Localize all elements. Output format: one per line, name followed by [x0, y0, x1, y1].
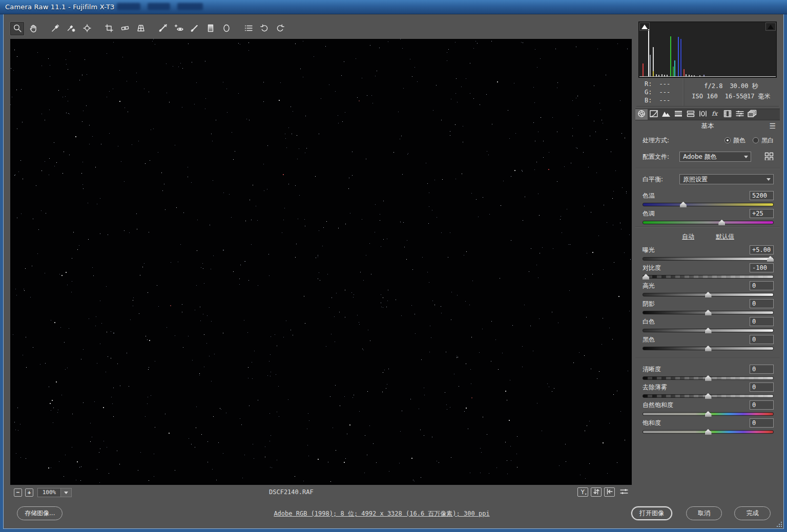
highlight-clipping-indicator[interactable]	[765, 23, 776, 31]
red-eye-tool[interactable]	[172, 22, 185, 35]
zoom-tool[interactable]	[10, 22, 24, 35]
treatment-color-label: 颜色	[733, 136, 745, 145]
slider-track[interactable]	[643, 410, 774, 417]
presence-sliders-group: 清晰度 0 去除薄雾 0 自然饱和度 0 饱和度 0	[643, 364, 774, 435]
before-after-swap-button[interactable]	[591, 487, 602, 497]
profile-value: Adobe 颜色	[683, 153, 717, 161]
preferences-tool[interactable]	[241, 22, 255, 35]
camera-settings-readout: f/2.830.00 秒 ISO 16016-55@17 毫米	[684, 78, 779, 106]
hand-tool[interactable]	[26, 22, 40, 35]
radio-dot-color[interactable]	[724, 137, 731, 143]
rotate-left-tool[interactable]	[257, 22, 271, 35]
zoom-level-select[interactable]: 100%	[37, 488, 61, 497]
graduated-filter-tool[interactable]	[203, 22, 217, 35]
white-balance-select[interactable]: 原照设置	[679, 174, 774, 184]
white-balance-icon	[51, 24, 60, 34]
slider-value-box[interactable]: 5200	[750, 191, 774, 200]
slider-saturation: 饱和度 0	[643, 418, 774, 435]
radio-dot-bw[interactable]	[753, 137, 759, 143]
color-sampler-tool[interactable]	[64, 22, 78, 35]
transform-tool[interactable]	[134, 22, 148, 35]
tab-detail[interactable]	[660, 109, 672, 120]
rotate-right-tool[interactable]	[273, 22, 287, 35]
b-label: B:	[645, 97, 652, 105]
tab-split-toning[interactable]	[685, 109, 697, 120]
crop-tool[interactable]	[102, 22, 116, 35]
slider-value-box[interactable]: 0	[750, 365, 774, 374]
slider-value-box[interactable]: +5.00	[750, 245, 774, 254]
workflow-options-link[interactable]: Adobe RGB (1998); 8 位; 4992 x 3328 (16.6…	[274, 509, 489, 518]
slider-track[interactable]	[643, 291, 774, 298]
slider-track[interactable]	[643, 201, 774, 208]
slider-track[interactable]	[643, 309, 774, 316]
preview-preferences-button[interactable]	[617, 487, 631, 497]
treatment-color-radio[interactable]: 颜色	[724, 136, 745, 145]
treatment-row: 处理方式: 颜色 黑白	[643, 135, 774, 145]
zoom-out-button[interactable]: −	[14, 488, 22, 497]
slider-value-box[interactable]: -100	[750, 263, 774, 272]
save-image-button[interactable]: 存储图像...	[17, 506, 63, 520]
zoom-in-button[interactable]: +	[25, 488, 33, 497]
slider-label: 阴影	[643, 300, 750, 308]
histogram-spikes	[639, 23, 776, 77]
slider-track[interactable]	[643, 327, 774, 334]
panel-menu-icon[interactable]: ☰	[769, 122, 776, 130]
slider-value-box[interactable]: 0	[750, 400, 774, 410]
slider-label: 曝光	[643, 246, 750, 254]
profile-select[interactable]: Adobe 颜色	[679, 152, 751, 162]
tab-lens-corrections[interactable]	[697, 109, 709, 120]
slider-value-box[interactable]: 0	[750, 299, 774, 308]
hsl-grayscale-icon	[673, 110, 684, 119]
open-image-button[interactable]: 打开图像	[631, 506, 672, 520]
resize-grip[interactable]	[777, 522, 783, 528]
cancel-button[interactable]: 取消	[686, 506, 722, 520]
image-preview-canvas[interactable]	[10, 39, 632, 485]
adjustment-brush-tool[interactable]	[188, 22, 201, 35]
auto-link[interactable]: 自动	[682, 233, 694, 240]
done-button[interactable]: 完成	[734, 506, 771, 520]
slider-track[interactable]	[643, 428, 774, 435]
title-bar[interactable]: Camera Raw 11.1 - Fujifilm X-T3	[0, 0, 787, 14]
before-after-y-button[interactable]: Y	[577, 487, 588, 497]
tab-tone-curve[interactable]	[648, 109, 660, 120]
g-label: G:	[645, 89, 652, 97]
histogram[interactable]	[638, 22, 777, 78]
slider-value-box[interactable]: 0	[750, 382, 774, 392]
treatment-bw-radio[interactable]: 黑白	[753, 136, 774, 145]
tab-camera-calibration[interactable]	[721, 109, 734, 120]
slider-track[interactable]	[643, 392, 774, 399]
filename-label: DSCF2140.RAF	[269, 488, 314, 496]
slider-track[interactable]	[643, 273, 774, 280]
slider-value-box[interactable]: 0	[750, 418, 774, 428]
radial-filter-tool[interactable]	[219, 22, 233, 35]
slider-track[interactable]	[643, 219, 774, 226]
straighten-tool[interactable]	[118, 22, 132, 35]
effects-icon: fx	[710, 110, 720, 119]
default-link[interactable]: 默认值	[716, 233, 734, 240]
preferences-icon	[244, 24, 253, 34]
iso-value: ISO 160	[692, 93, 718, 100]
slider-value-box[interactable]: 0	[750, 281, 774, 290]
tab-basic[interactable]	[635, 109, 648, 120]
spot-removal-tool[interactable]	[156, 22, 170, 35]
svg-text:fx: fx	[712, 110, 718, 117]
white-balance-tool[interactable]	[48, 22, 62, 35]
zoom-level-chevron[interactable]	[61, 488, 72, 497]
slider-track[interactable]	[643, 255, 774, 262]
slider-track[interactable]	[643, 345, 774, 352]
targeted-adjustment-tool[interactable]	[80, 22, 94, 35]
before-after-copy-button[interactable]	[604, 487, 615, 497]
slider-value-box[interactable]: 0	[750, 335, 774, 344]
profile-browser-button[interactable]	[764, 152, 774, 162]
tab-snapshots[interactable]	[746, 109, 758, 120]
shadow-clipping-indicator[interactable]	[639, 23, 650, 31]
basic-panel-controls: 处理方式: 颜色 黑白 配置文件:	[635, 131, 780, 435]
slider-value-box[interactable]: 0	[750, 317, 774, 326]
white-balance-value: 原照设置	[683, 175, 708, 184]
tab-presets[interactable]	[734, 109, 746, 120]
slider-track[interactable]	[643, 374, 774, 381]
slider-label: 去除薄雾	[643, 383, 750, 392]
tab-hsl-grayscale[interactable]	[672, 109, 685, 120]
tab-effects[interactable]: fx	[709, 109, 721, 120]
slider-value-box[interactable]: +25	[750, 209, 774, 218]
